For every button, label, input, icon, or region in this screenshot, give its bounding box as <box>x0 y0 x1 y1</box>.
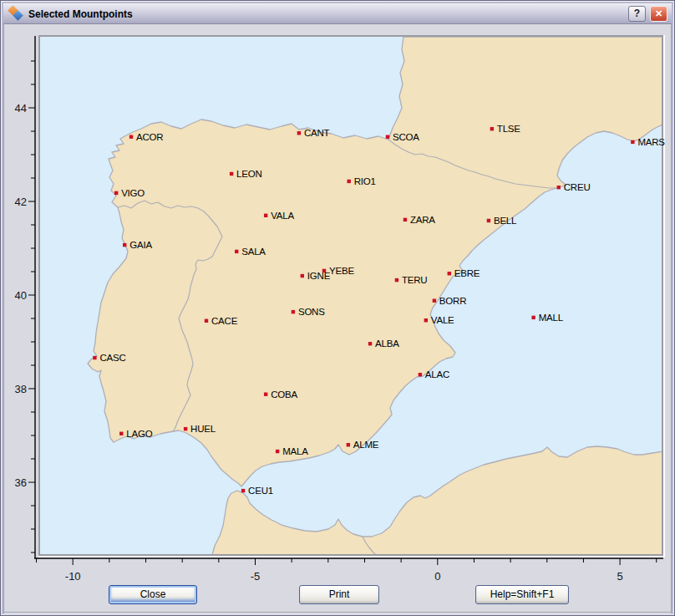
y-axis-tick-label: 38 <box>15 383 27 395</box>
station-marker-borr <box>433 299 436 303</box>
station-label-tlse: TLSE <box>497 124 520 134</box>
x-axis-tick-label: -5 <box>251 570 261 583</box>
station-marker-cace <box>205 319 208 323</box>
bottom-separator <box>4 612 671 613</box>
station-label-teru: TERU <box>402 275 428 285</box>
station-label-bell: BELL <box>494 216 517 226</box>
station-label-igne: IGNE <box>307 271 331 281</box>
station-label-vala: VALA <box>271 211 294 221</box>
station-marker-vigo <box>114 191 118 195</box>
station-label-ceu1: CEU1 <box>248 486 273 496</box>
station-marker-vala <box>264 214 267 217</box>
station-marker-casc <box>93 356 96 359</box>
station-marker-zara <box>403 218 407 221</box>
station-label-huel: HUEL <box>190 424 216 434</box>
station-label-casc: CASC <box>99 353 125 363</box>
station-marker-alac <box>419 373 422 376</box>
station-label-gaia: GAIA <box>129 240 152 250</box>
x-axis-tick-label: 0 <box>434 570 440 583</box>
titlebar-close-button[interactable]: ✕ <box>650 6 667 22</box>
station-marker-creu <box>557 186 561 189</box>
station-marker-gaia <box>123 243 126 247</box>
station-marker-rio1 <box>348 180 351 183</box>
station-marker-igne <box>301 274 304 277</box>
station-marker-acor <box>129 135 133 139</box>
station-label-mala: MALA <box>282 446 308 456</box>
station-label-acor: ACOR <box>136 132 163 142</box>
y-axis-tick-label: 42 <box>15 196 27 208</box>
station-label-leon: LEON <box>236 169 262 179</box>
station-marker-vale <box>424 318 428 322</box>
station-label-borr: BORR <box>439 296 466 306</box>
station-label-alba: ALBA <box>375 339 399 349</box>
close-icon: ✕ <box>655 8 662 19</box>
help-button[interactable]: Help=Shift+F1 <box>475 585 569 604</box>
x-axis-tick-label: 5 <box>617 570 622 583</box>
station-marker-leon <box>230 172 233 176</box>
station-marker-ebre <box>448 272 451 275</box>
station-label-rio1: RIO1 <box>354 176 376 186</box>
app-icon <box>8 6 24 21</box>
station-label-lago: LAGO <box>126 429 152 439</box>
station-marker-teru <box>395 278 398 282</box>
station-label-ebre: EBRE <box>454 268 480 278</box>
station-marker-sala <box>235 250 238 253</box>
help-icon: ? <box>634 8 640 19</box>
y-axis-tick-label: 40 <box>15 289 27 302</box>
station-marker-alme <box>347 443 350 446</box>
station-marker-tlse <box>490 127 494 130</box>
station-marker-mall <box>531 316 535 319</box>
station-marker-lago <box>119 432 123 435</box>
station-label-vigo: VIGO <box>121 188 145 198</box>
y-axis-tick-label: 36 <box>15 476 27 489</box>
station-marker-bell <box>487 219 490 222</box>
station-marker-mars <box>631 140 634 144</box>
station-marker-scoa <box>386 135 389 139</box>
station-marker-yebe <box>322 269 326 272</box>
window-title: Selected Mountpoints <box>28 8 624 20</box>
station-label-sons: SONS <box>298 307 325 317</box>
print-button[interactable]: Print <box>299 585 379 604</box>
close-button[interactable]: Close <box>109 585 197 604</box>
y-axis-tick-label: 44 <box>15 102 27 115</box>
station-marker-coba <box>264 393 267 396</box>
station-label-mall: MALL <box>539 313 564 323</box>
station-label-coba: COBA <box>271 389 297 400</box>
station-label-vale: VALE <box>431 315 454 325</box>
station-label-cace: CACE <box>211 316 238 326</box>
station-marker-ceu1 <box>241 489 245 492</box>
station-marker-huel <box>184 427 187 430</box>
station-label-alac: ALAC <box>425 369 449 379</box>
station-marker-alba <box>368 342 372 345</box>
mountpoint-map: -10-5053638404244ACORCANTSCOATLSEMARSLEO… <box>4 24 672 584</box>
station-label-alme: ALME <box>353 440 379 450</box>
station-label-creu: CREU <box>564 182 591 192</box>
station-marker-sons <box>292 310 295 313</box>
titlebar[interactable]: Selected Mountpoints ? ✕ <box>3 3 672 24</box>
dialog-client-area: -10-5053638404244ACORCANTSCOATLSEMARSLEO… <box>4 24 671 612</box>
station-label-mars: MARS <box>637 137 665 147</box>
titlebar-help-button[interactable]: ? <box>628 6 646 22</box>
station-label-cant: CANT <box>304 128 330 138</box>
station-label-zara: ZARA <box>410 215 435 225</box>
station-label-scoa: SCOA <box>393 132 419 142</box>
station-marker-mala <box>276 450 279 453</box>
x-axis-tick-label: -10 <box>65 570 81 583</box>
station-label-yebe: YEBE <box>329 266 354 276</box>
selected-mountpoints-dialog: Selected Mountpoints ? ✕ <box>0 0 675 616</box>
station-marker-cant <box>297 131 301 135</box>
station-label-sala: SALA <box>241 247 266 257</box>
